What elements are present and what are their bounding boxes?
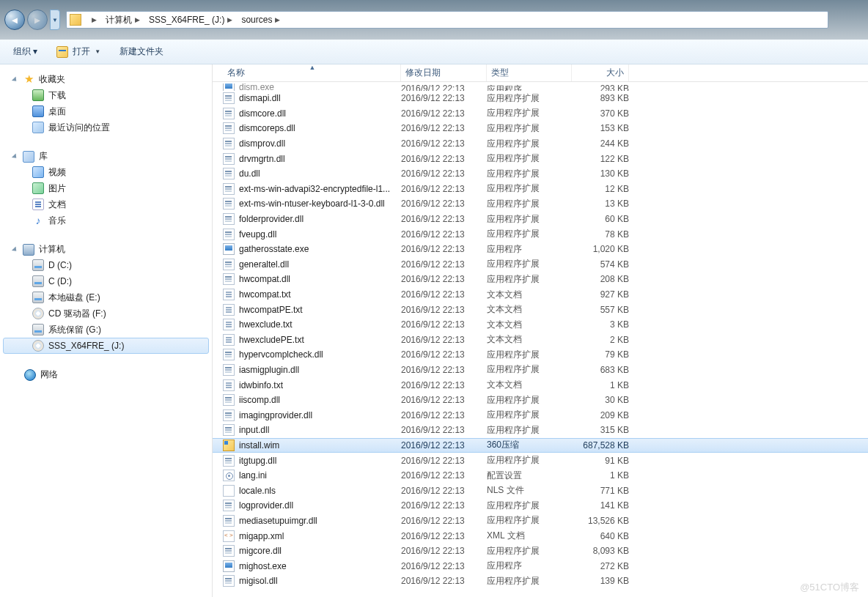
sidebar-recent[interactable]: 最近访问的位置 [3, 119, 209, 136]
table-row[interactable]: du.dll2016/9/12 22:13应用程序扩展130 KB [213, 166, 868, 182]
file-size: 209 KB [572, 410, 629, 420]
file-type: 应用程序扩展 [487, 198, 572, 210]
title-bar: ◄ ► ▼ ▶ 计算机▶ SSS_X64FRE_ (J:)▶ sources▶ [0, 0, 868, 40]
file-name: hwexcludePE.txt [239, 335, 304, 345]
table-row[interactable]: lang.ini2016/9/12 22:13配置设置1 KB [213, 468, 868, 483]
file-size: 1 KB [572, 470, 629, 481]
dll-icon [223, 168, 235, 179]
table-row[interactable]: imagingprovider.dll2016/9/12 22:13应用程序扩展… [213, 407, 868, 423]
sidebar-libraries[interactable]: 库 [3, 149, 209, 164]
picture-icon [32, 182, 44, 194]
table-row[interactable]: iiscomp.dll2016/9/12 22:13应用程序扩展30 KB [213, 393, 868, 408]
file-name: iasmigplugin.dll [239, 365, 299, 375]
file-size: 139 KB [572, 576, 629, 586]
sidebar-sys-g[interactable]: 系统保留 (G:) [3, 322, 209, 338]
file-size: 2 KB [572, 335, 629, 345]
sidebar-cd-f[interactable]: CD 驱动器 (F:) [3, 305, 209, 322]
download-icon [32, 89, 44, 101]
open-button[interactable]: 打开▼ [51, 42, 106, 61]
table-row[interactable]: ext-ms-win-advapi32-encryptedfile-l1...2… [213, 182, 868, 197]
col-type[interactable]: 类型 [487, 64, 572, 81]
sidebar-drive-e[interactable]: 本地磁盘 (E:) [3, 289, 209, 305]
table-row[interactable]: folderprovider.dll2016/9/12 22:13应用程序扩展6… [213, 212, 868, 227]
table-row[interactable]: dismcoreps.dll2016/9/12 22:13应用程序扩展153 K… [213, 121, 868, 136]
sidebar-drive-d[interactable]: C (D:) [3, 273, 209, 289]
table-row[interactable]: input.dll2016/9/12 22:13应用程序扩展315 KB [213, 423, 868, 438]
table-row[interactable]: itgtupg.dll2016/9/12 22:13应用程序扩展91 KB [213, 453, 868, 468]
drive-icon [32, 292, 44, 303]
table-row[interactable]: migapp.xml2016/9/12 22:13XML 文档640 KB [213, 528, 868, 544]
file-size: 60 KB [572, 214, 629, 224]
col-size[interactable]: 大小 [572, 64, 629, 81]
file-type: NLS 文件 [487, 484, 572, 497]
table-row[interactable]: migisol.dll2016/9/12 22:13应用程序扩展139 KB [213, 574, 868, 589]
table-row[interactable]: drvmgrtn.dll2016/9/12 22:13应用程序扩展122 KB [213, 151, 868, 166]
sidebar-desktop[interactable]: 桌面 [3, 103, 209, 119]
txt-icon [223, 334, 235, 346]
table-row[interactable]: locale.nls2016/9/12 22:13NLS 文件771 KB [213, 483, 868, 498]
file-size: 12 KB [572, 184, 629, 194]
table-row[interactable]: generaltel.dll2016/9/12 22:13应用程序扩展574 K… [213, 257, 868, 272]
breadcrumb-drive[interactable]: SSS_X64FRE_ (J:)▶ [146, 12, 238, 28]
file-list[interactable]: dism.exe 2016/9/12 22:13 应用程序 293 KB dis… [213, 82, 868, 597]
wim-icon [223, 440, 235, 451]
breadcrumb-sep-0[interactable]: ▶ [86, 12, 103, 28]
address-bar[interactable]: ▶ 计算机▶ SSS_X64FRE_ (J:)▶ sources▶ [66, 11, 828, 29]
nav-forward-button[interactable]: ► [27, 10, 48, 30]
table-row[interactable]: migcore.dll2016/9/12 22:13应用程序扩展8,093 KB [213, 544, 868, 559]
sidebar-videos[interactable]: 视频 [3, 164, 209, 180]
sidebar-downloads[interactable]: 下载 [3, 87, 209, 103]
file-size: 1,020 KB [572, 244, 629, 254]
dll-icon [223, 92, 235, 104]
table-row[interactable]: iasmigplugin.dll2016/9/12 22:13应用程序扩展683… [213, 363, 868, 378]
dll-icon [223, 122, 235, 134]
file-name: logprovider.dll [239, 500, 293, 511]
nav-back-button[interactable]: ◄ [4, 10, 25, 30]
table-row[interactable]: fveupg.dll2016/9/12 22:13应用程序扩展78 KB [213, 226, 868, 242]
table-row[interactable]: dismcore.dll2016/9/12 22:13应用程序扩展370 KB [213, 106, 868, 122]
table-row[interactable]: install.wim2016/9/12 22:13360压缩687,528 K… [213, 438, 868, 453]
table-row-partial[interactable]: dism.exe 2016/9/12 22:13 应用程序 293 KB [213, 84, 868, 91]
table-row[interactable]: hypervcomplcheck.dll2016/9/12 22:13应用程序扩… [213, 347, 868, 363]
breadcrumb-computer[interactable]: 计算机▶ [103, 12, 146, 28]
table-row[interactable]: idwbinfo.txt2016/9/12 22:13文本文档1 KB [213, 377, 868, 393]
drive-icon [32, 324, 44, 335]
organize-button[interactable]: 组织 ▾ [7, 42, 43, 61]
sidebar-documents[interactable]: 文档 [3, 196, 209, 212]
file-size: 640 KB [572, 531, 629, 541]
nav-history-dropdown[interactable]: ▼ [50, 10, 60, 30]
sidebar-network[interactable]: 网络 [3, 367, 209, 382]
table-row[interactable]: hwcompatPE.txt2016/9/12 22:13文本文档557 KB [213, 302, 868, 317]
file-name: migapp.xml [239, 531, 284, 541]
col-date[interactable]: 修改日期 [401, 64, 487, 81]
file-name: dismprov.dll [239, 138, 285, 149]
folder-icon [70, 14, 81, 26]
new-folder-button[interactable]: 新建文件夹 [114, 42, 169, 61]
sidebar-sss-j[interactable]: SSS_X64FRE_ (J:) [3, 338, 209, 354]
file-type: 应用程序扩展 [487, 168, 572, 180]
sidebar-music[interactable]: ♪音乐 [3, 212, 209, 229]
table-row[interactable]: mighost.exe2016/9/12 22:13应用程序272 KB [213, 558, 868, 574]
file-date: 2016/9/12 22:13 [401, 93, 487, 103]
file-date: 2016/9/12 22:13 [401, 456, 487, 466]
table-row[interactable]: hwexcludePE.txt2016/9/12 22:13文本文档2 KB [213, 333, 868, 348]
table-row[interactable]: dismapi.dll2016/9/12 22:13应用程序扩展893 KB [213, 91, 868, 106]
file-size: 13 KB [572, 199, 629, 209]
sidebar-computer[interactable]: 计算机 [3, 242, 209, 257]
table-row[interactable]: logprovider.dll2016/9/12 22:13应用程序扩展141 … [213, 498, 868, 513]
breadcrumb-sources[interactable]: sources▶ [238, 12, 286, 28]
sidebar-drive-c[interactable]: D (C:) [3, 257, 209, 273]
file-size: 79 KB [572, 349, 629, 360]
table-row[interactable]: ext-ms-win-ntuser-keyboard-l1-3-0.dll201… [213, 196, 868, 212]
sidebar-pictures[interactable]: 图片 [3, 180, 209, 196]
table-row[interactable]: hwcompat.dll2016/9/12 22:13应用程序扩展208 KB [213, 272, 868, 287]
file-size: 141 KB [572, 500, 629, 511]
table-row[interactable]: hwcompat.txt2016/9/12 22:13文本文档927 KB [213, 287, 868, 303]
sidebar-favorites[interactable]: ★收藏夹 [3, 72, 209, 87]
table-row[interactable]: gatherosstate.exe2016/9/12 22:13应用程序1,02… [213, 242, 868, 257]
table-row[interactable]: dismprov.dll2016/9/12 22:13应用程序扩展244 KB [213, 136, 868, 152]
file-date: 2016/9/12 22:13 [401, 365, 487, 375]
file-name: idwbinfo.txt [239, 380, 283, 390]
table-row[interactable]: hwexclude.txt2016/9/12 22:13文本文档3 KB [213, 317, 868, 333]
table-row[interactable]: mediasetupuimgr.dll2016/9/12 22:13应用程序扩展… [213, 513, 868, 529]
